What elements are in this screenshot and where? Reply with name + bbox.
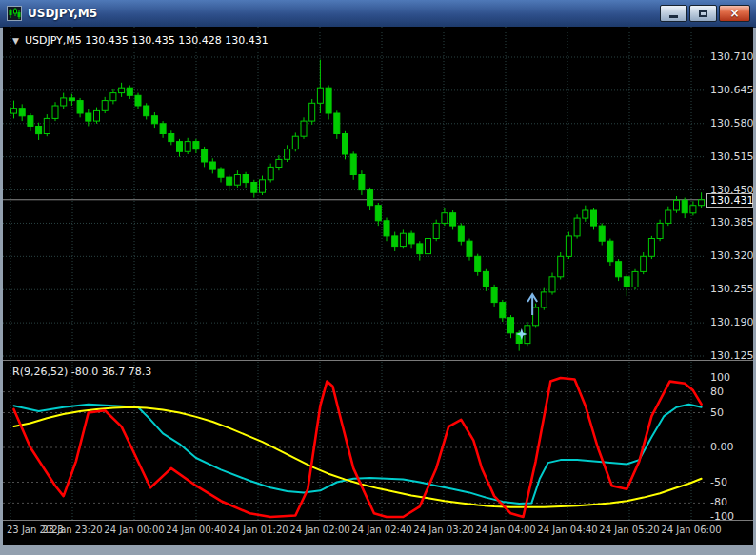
candle (11, 109, 17, 113)
candle (94, 110, 100, 121)
candle (657, 223, 663, 238)
candle (127, 88, 132, 95)
main-chart-canvas[interactable] (3, 27, 753, 360)
candle (350, 154, 356, 175)
candle (317, 88, 323, 103)
candle (309, 103, 315, 121)
maximize-icon (699, 10, 707, 17)
candle (301, 121, 307, 136)
candle (674, 200, 680, 210)
candle (392, 236, 398, 247)
candle (177, 142, 183, 152)
candle (558, 256, 564, 277)
candle (44, 118, 50, 133)
indicator-tick-label: 0.00 (710, 442, 734, 453)
candle (566, 236, 571, 257)
indicator-canvas[interactable] (3, 362, 753, 520)
candle (384, 221, 389, 236)
fast-red-line (14, 378, 702, 517)
candle (491, 287, 497, 303)
candle (426, 239, 431, 254)
candle (433, 223, 439, 238)
candle (375, 206, 381, 221)
indicator-tick-label: 50 (710, 407, 724, 419)
candle (624, 277, 629, 287)
indicator-axis[interactable]: 10080500.00-50-80-100 (708, 362, 753, 520)
candle (61, 98, 67, 106)
window-controls: × (660, 5, 750, 22)
price-tick-label: 130.255 (710, 284, 753, 295)
candle (648, 239, 654, 257)
time-label: 24 Jan 04:40 (537, 525, 597, 535)
price-tick-label: 130.580 (710, 118, 753, 129)
collapse-arrow-icon[interactable]: ▼ (12, 36, 19, 46)
candle (260, 180, 266, 192)
time-axis-separator (3, 520, 753, 521)
time-label: 24 Jan 00:00 (104, 525, 164, 535)
time-label: 24 Jan 02:40 (351, 525, 411, 535)
time-label: 23 Jan 23:20 (42, 525, 102, 535)
candle (574, 218, 580, 236)
candle (690, 206, 696, 213)
candle (144, 106, 149, 116)
time-label: 24 Jan 04:00 (475, 525, 535, 535)
candle (243, 175, 249, 183)
indicator-tick-label: -50 (710, 477, 727, 488)
candle (234, 175, 240, 186)
candle (69, 98, 74, 101)
minimize-button[interactable] (660, 5, 687, 22)
candle (209, 162, 215, 169)
price-tick-label: 130.645 (710, 85, 753, 96)
title-bar[interactable]: USDJPY,M5 × (0, 0, 756, 28)
maximize-button[interactable] (689, 5, 717, 22)
time-axis[interactable]: 23 Jan 202323 Jan 23:2024 Jan 00:0024 Ja… (3, 522, 753, 543)
candle (400, 233, 406, 246)
candle (36, 127, 42, 134)
chart-header: ▼USDJPY,M5 130.435 130.435 130.428 130.4… (12, 34, 269, 47)
candle (110, 93, 116, 101)
time-label: 24 Jan 05:20 (599, 525, 659, 535)
candle (616, 262, 622, 277)
candle (607, 241, 613, 262)
time-label: 24 Jan 03:20 (413, 525, 473, 535)
candle (682, 200, 687, 212)
candle (417, 244, 423, 254)
candle (334, 113, 340, 134)
candle (52, 106, 58, 118)
price-tick-label: 130.320 (710, 250, 753, 262)
signal-cyan-line (14, 405, 702, 504)
candle (135, 95, 141, 106)
panel-separator[interactable] (3, 360, 753, 361)
candle (359, 175, 365, 190)
candle (227, 177, 232, 185)
close-button[interactable]: × (719, 5, 750, 22)
candle (591, 210, 597, 226)
current-price-badge: 130.431 (706, 193, 753, 208)
candle (632, 271, 638, 287)
candle (500, 303, 506, 318)
candle (408, 233, 414, 244)
candle (599, 226, 605, 241)
candle (169, 134, 174, 142)
candle (533, 307, 539, 326)
candle (193, 142, 199, 149)
candle (368, 190, 373, 206)
candle (218, 169, 224, 177)
candle (450, 213, 456, 226)
app-icon (7, 6, 22, 21)
candle (442, 213, 448, 224)
candle (160, 124, 166, 134)
window-title: USDJPY,M5 (28, 7, 97, 20)
candle (508, 318, 514, 333)
candle (185, 142, 190, 152)
candle (458, 226, 464, 241)
chart-ohlc-text: USDJPY,M5 130.435 130.435 130.428 130.43… (25, 34, 269, 47)
candle (28, 116, 33, 127)
close-icon: × (729, 8, 739, 19)
candle (541, 292, 547, 307)
indicator-tick-label: 80 (710, 387, 724, 398)
price-tick-label: 130.190 (710, 317, 753, 328)
axis-separator-line (706, 27, 706, 520)
candle (251, 183, 257, 193)
indicator-tick-label: 100 (710, 372, 730, 384)
